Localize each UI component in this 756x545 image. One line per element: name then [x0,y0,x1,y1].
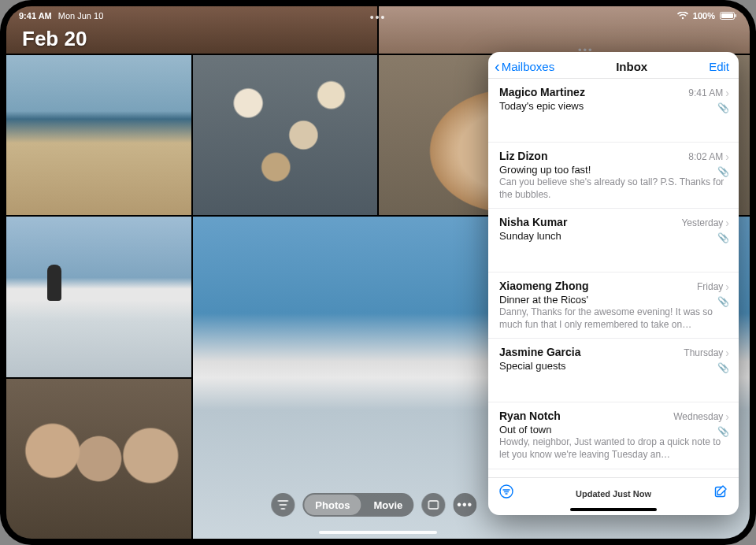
mail-slideover-panel: ‹ Mailboxes Inbox Edit Magico Martinez9:… [488,52,739,515]
mail-time: Friday› [697,280,729,293]
mail-preview [499,373,729,395]
slideover-dots-icon[interactable]: ••• [578,44,594,56]
aspect-button[interactable] [421,493,445,517]
svg-rect-1 [721,13,733,18]
mail-status-text: Updated Just Now [513,489,713,499]
mail-preview: Howdy, neighbor, Just wanted to drop a q… [499,436,729,461]
attachment-icon: 📎 [717,232,729,243]
ipad-frame: 9:41 AM Mon Jun 10 100% [0,0,756,545]
photo-tile[interactable] [6,379,191,539]
mail-item[interactable]: Ryan NotchWednesday›Out of townHowdy, ne… [488,402,739,469]
mail-sender: Po-Chun Yeh [499,476,568,477]
battery-percent: 100% [693,11,715,20]
mail-sender: Xiaomeng Zhong [499,280,589,292]
chevron-right-icon: › [725,87,729,99]
ellipsis-icon: ••• [457,498,472,512]
mail-sender: Jasmine Garcia [499,346,581,358]
mail-list[interactable]: Magico Martinez9:41 AM›Today's epic view… [488,79,739,477]
mail-subject: Out of town [499,424,729,436]
mail-time: Yesterday› [681,217,729,229]
battery-icon [720,12,737,20]
wifi-icon [677,12,688,20]
compose-button[interactable] [713,484,728,502]
attachment-icon: 📎 [717,102,729,113]
mail-item[interactable]: Jasmine GarciaThursday›Special guests📎 [488,339,739,402]
status-time: 9:41 AM [19,11,52,20]
filter-mail-button[interactable] [499,484,513,502]
mail-header: ‹ Mailboxes Inbox Edit [488,52,739,79]
mail-sender: Liz Dizon [499,150,547,162]
mail-time: 9:41 AM› [688,87,729,99]
status-date: Mon Jun 10 [58,11,103,20]
mail-preview: Danny, Thanks for the awesome evening! I… [499,306,729,331]
mail-subject: Growing up too fast! [499,164,729,176]
mail-sender: Magico Martinez [499,86,585,98]
mail-item[interactable]: Xiaomeng ZhongFriday›Dinner at the Ricos… [488,272,739,339]
chevron-right-icon: › [725,150,729,163]
photo-tile[interactable] [193,55,378,215]
home-indicator[interactable] [319,531,437,534]
svg-rect-2 [736,14,737,17]
svg-rect-3 [428,501,438,509]
chevron-right-icon: › [725,410,729,423]
photos-toolbar: Photos Movie ••• [271,493,476,517]
mail-subject: Special guests [499,360,729,372]
attachment-icon: 📎 [717,362,729,373]
mail-subject: Today's epic views [499,100,729,112]
chevron-right-icon: › [725,347,729,359]
attachment-icon: 📎 [717,166,729,177]
back-label: Mailboxes [502,60,555,73]
photos-movie-segmented[interactable]: Photos Movie [302,493,413,517]
mail-item[interactable]: Liz Dizon8:02 AM›Growing up too fast!Can… [488,143,739,209]
mailboxes-back-button[interactable]: ‹ Mailboxes [495,60,554,73]
mail-sender: Ryan Notch [499,410,561,422]
more-button[interactable]: ••• [453,493,476,517]
mail-sender: Nisha Kumar [499,216,567,228]
filter-button[interactable] [271,493,295,517]
photos-date-label: Feb 20 [22,27,87,51]
chevron-right-icon: › [725,280,729,293]
screen: 9:41 AM Mon Jun 10 100% [6,6,750,539]
edit-button[interactable]: Edit [709,60,729,73]
segment-photos[interactable]: Photos [304,495,361,515]
mail-time: Wednesday› [673,410,729,423]
mail-time: Thursday› [684,347,729,359]
mail-time: 8:02 AM› [688,150,729,163]
chevron-right-icon: › [725,217,729,229]
mail-title: Inbox [616,60,647,73]
mail-preview: Can you believe she's already so tall? P… [499,176,729,201]
slideover-home-indicator[interactable] [570,508,657,511]
mail-subject: Dinner at the Ricos' [499,294,729,306]
photo-tile[interactable] [6,55,191,215]
multitasking-dots-icon[interactable]: ••• [370,11,387,24]
mail-item[interactable]: Po-Chun Yeh5/29/24›Lunch call?📎 [488,469,739,477]
segment-movie[interactable]: Movie [362,493,413,517]
mail-item[interactable]: Magico Martinez9:41 AM›Today's epic view… [488,79,739,143]
mail-preview [499,243,729,265]
attachment-icon: 📎 [717,296,729,307]
mail-preview [499,113,729,135]
mail-subject: Sunday lunch [499,230,729,242]
photo-tile[interactable] [6,217,191,376]
attachment-icon: 📎 [717,426,729,437]
mail-item[interactable]: Nisha KumarYesterday›Sunday lunch📎 [488,209,739,272]
